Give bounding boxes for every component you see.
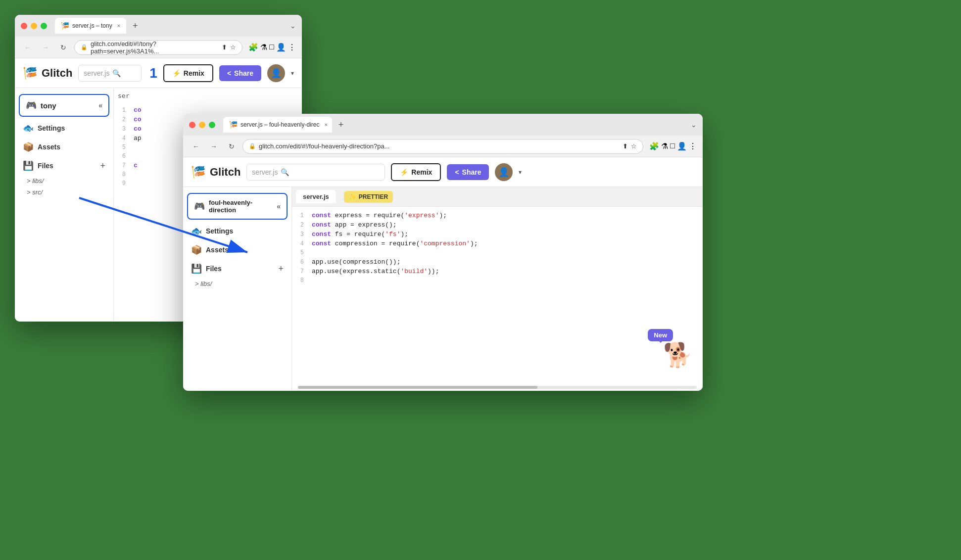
sidebar-settings-2[interactable]: 🐟 Settings bbox=[183, 222, 291, 240]
files-icon-1: 💾 bbox=[23, 160, 34, 171]
share-button-2[interactable]: < Share bbox=[447, 164, 489, 180]
glitch-logo-1[interactable]: 🎏 Glitch bbox=[23, 66, 72, 80]
reading-icon-2[interactable]: □ bbox=[670, 141, 675, 151]
code-line-2-3: 3 const fs = require('fs'); bbox=[292, 230, 703, 239]
maximize-button-2[interactable] bbox=[209, 122, 215, 128]
tab-close-2[interactable]: × bbox=[324, 122, 327, 128]
prettier-label: PRETTIER bbox=[359, 193, 388, 200]
project-name-tony[interactable]: 🎮 tony « bbox=[19, 94, 109, 117]
remix-button-2[interactable]: ⚡ Remix bbox=[391, 163, 441, 181]
folder-libs-1[interactable]: > libs/ bbox=[15, 175, 113, 187]
reload-button-1[interactable]: ↻ bbox=[56, 41, 70, 54]
sidebar-assets-1[interactable]: 📦 Assets bbox=[15, 138, 113, 156]
glitch-logo-2[interactable]: 🎏 Glitch bbox=[191, 165, 240, 179]
files-add-icon-1[interactable]: + bbox=[100, 161, 105, 171]
reload-button-2[interactable]: ↻ bbox=[225, 140, 239, 153]
remix-button-1[interactable]: ⚡ Remix bbox=[163, 64, 213, 82]
project-name-text-tony: tony bbox=[41, 101, 56, 110]
settings-icon-1: 🐟 bbox=[23, 123, 34, 134]
code-scrollbar[interactable] bbox=[298, 386, 697, 389]
collapse-icon-1[interactable]: « bbox=[98, 101, 102, 109]
minimize-button-1[interactable] bbox=[31, 23, 37, 29]
forward-button-1: → bbox=[39, 41, 52, 54]
prettier-icon: ✨ bbox=[349, 193, 356, 200]
editor-tab-serverjs[interactable]: server.js bbox=[296, 190, 336, 203]
menu-icon-2[interactable]: ⋮ bbox=[689, 141, 697, 151]
search-icon-1: 🔍 bbox=[112, 69, 121, 77]
forward-button-2[interactable]: → bbox=[207, 140, 221, 153]
menu-icon-1[interactable]: ⋮ bbox=[288, 43, 296, 52]
app-header-1: 🎏 Glitch server.js 🔍 1 ⚡ Remix < Share 👤… bbox=[15, 58, 302, 88]
tab-title-2: server.js – foul-heavenly-direc bbox=[240, 121, 319, 128]
nav-actions-1: 🧩 ⚗ □ 👤 ⋮ bbox=[248, 43, 296, 52]
search-bar-1[interactable]: server.js 🔍 bbox=[78, 65, 142, 82]
traffic-lights-2 bbox=[189, 122, 215, 128]
files-label-2: Files bbox=[206, 265, 274, 273]
badge-number-1: 1 bbox=[149, 65, 157, 81]
tab-overflow-1[interactable]: ⌄ bbox=[290, 22, 296, 30]
files-label-1: Files bbox=[38, 162, 96, 170]
address-bar-1[interactable]: 🔒 glitch.com/edit/#!/tony?path=server.js… bbox=[74, 40, 242, 55]
sidebar-files-1[interactable]: 💾 Files + bbox=[15, 156, 113, 175]
new-tab-button-2[interactable]: + bbox=[334, 118, 348, 132]
tab-2[interactable]: 🎏 server.js – foul-heavenly-direc × bbox=[223, 117, 332, 133]
profile-icon-2[interactable]: 👤 bbox=[677, 141, 687, 151]
new-tab-button-1[interactable]: + bbox=[128, 19, 142, 33]
assets-icon-2: 📦 bbox=[191, 244, 202, 255]
code-line-2-1: 1 const express = require('express'); bbox=[292, 211, 703, 220]
code-line-2-5: 5 bbox=[292, 248, 703, 257]
editor-tabs-2: server.js ✨ PRETTIER bbox=[292, 187, 703, 207]
reading-icon-1[interactable]: □ bbox=[269, 43, 274, 52]
search-placeholder-1: server.js bbox=[84, 69, 109, 77]
settings-label-2: Settings bbox=[206, 227, 233, 235]
extensions-icon-2[interactable]: 🧩 bbox=[649, 141, 659, 151]
tab-overflow-2[interactable]: ⌄ bbox=[691, 121, 697, 129]
share-icon-1: ⬆ bbox=[222, 44, 227, 51]
titlebar-1: 🎏 server.js – tony × + ⌄ bbox=[15, 15, 302, 37]
share-btn-icon-1: < bbox=[227, 69, 231, 77]
project-icon-foul: 🎮 bbox=[194, 201, 205, 212]
bookmark-icon-2: ☆ bbox=[631, 142, 637, 150]
new-tooltip: New bbox=[648, 329, 673, 341]
code-line-2-6: 6 app.use(compression()); bbox=[292, 257, 703, 267]
tab-bar-2: 🎏 server.js – foul-heavenly-direc × + ⌄ bbox=[223, 117, 697, 133]
sidebar-2: 🎮 foul-heavenly-direction « 🐟 Settings 📦… bbox=[183, 187, 292, 391]
folder-libs-2[interactable]: > libs/ bbox=[183, 278, 291, 289]
collapse-icon-2[interactable]: « bbox=[277, 202, 281, 210]
sidebar-files-2[interactable]: 💾 Files + bbox=[183, 259, 291, 278]
flask-icon-1[interactable]: ⚗ bbox=[260, 43, 267, 52]
avatar-chevron-2[interactable]: ▾ bbox=[519, 169, 522, 176]
search-bar-2[interactable]: server.js 🔍 bbox=[246, 164, 385, 181]
tab-1[interactable]: 🎏 server.js – tony × bbox=[55, 18, 126, 34]
close-button-2[interactable] bbox=[189, 122, 195, 128]
files-add-icon-2[interactable]: + bbox=[278, 264, 284, 274]
minimize-button-2[interactable] bbox=[199, 122, 205, 128]
avatar-1[interactable]: 👤 bbox=[267, 64, 285, 82]
search-icon-2: 🔍 bbox=[281, 168, 289, 176]
back-button-2[interactable]: ← bbox=[189, 140, 203, 153]
prettier-button[interactable]: ✨ PRETTIER bbox=[344, 191, 393, 203]
tab-bar-1: 🎏 server.js – tony × + ⌄ bbox=[55, 18, 296, 34]
traffic-lights-1 bbox=[21, 23, 47, 29]
editor-area-2: server.js ✨ PRETTIER 1 const express = r… bbox=[292, 187, 703, 391]
project-name-foul[interactable]: 🎮 foul-heavenly-direction « bbox=[187, 193, 288, 220]
profile-icon-1[interactable]: 👤 bbox=[276, 43, 286, 52]
address-bar-2[interactable]: 🔒 glitch.com/edit/#!/foul-heavenly-direc… bbox=[242, 139, 643, 154]
share-button-1[interactable]: < Share bbox=[219, 65, 261, 81]
folder-src-1[interactable]: > src/ bbox=[15, 187, 113, 198]
browser-window-2: 🎏 server.js – foul-heavenly-direc × + ⌄ … bbox=[183, 114, 703, 391]
maximize-button-1[interactable] bbox=[41, 23, 47, 29]
glitch-logo-text-2: Glitch bbox=[210, 166, 240, 179]
avatar-chevron-1[interactable]: ▾ bbox=[291, 70, 294, 77]
extensions-icon-1[interactable]: 🧩 bbox=[248, 43, 258, 52]
avatar-2[interactable]: 👤 bbox=[495, 163, 513, 181]
glitch-logo-text-1: Glitch bbox=[42, 67, 72, 80]
project-icon-tony: 🎮 bbox=[26, 100, 37, 111]
navbar-1: ← → ↻ 🔒 glitch.com/edit/#!/tony?path=ser… bbox=[15, 37, 302, 58]
sidebar-settings-1[interactable]: 🐟 Settings bbox=[15, 119, 113, 138]
close-button-1[interactable] bbox=[21, 23, 27, 29]
sidebar-assets-2[interactable]: 📦 Assets bbox=[183, 240, 291, 259]
code-line-2-8: 8 bbox=[292, 276, 703, 285]
flask-icon-2[interactable]: ⚗ bbox=[661, 141, 668, 151]
tab-close-1[interactable]: × bbox=[117, 23, 120, 29]
